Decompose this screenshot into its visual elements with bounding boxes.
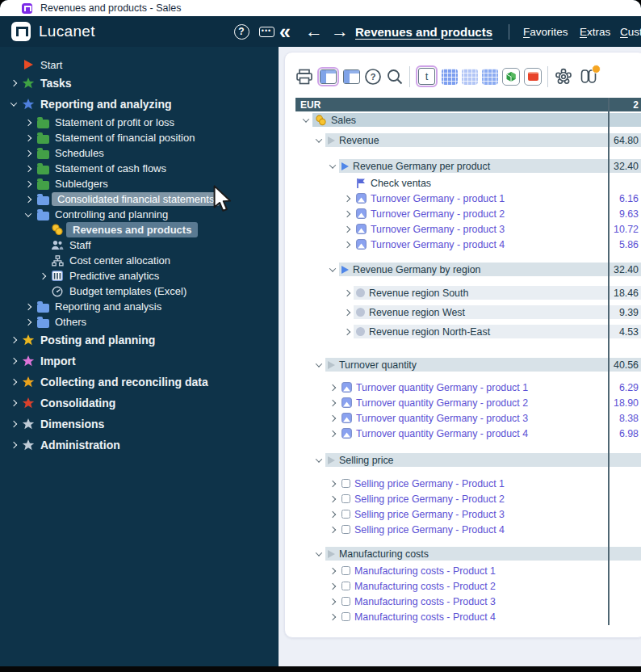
- row-value[interactable]: 32.40: [607, 159, 641, 173]
- layout-view-button[interactable]: [343, 69, 360, 84]
- sidebar-item-statement-of-financial-position[interactable]: Statement of financial position: [0, 130, 279, 145]
- row-value[interactable]: 8.38: [607, 411, 641, 425]
- sidebar-item-start[interactable]: Start: [0, 57, 279, 73]
- row-turnover-germany-product-2[interactable]: Turnover Germany - product 2 9.63: [295, 207, 641, 220]
- sidebar-item-collecting-and-reconciling-data[interactable]: Collecting and reconciling data: [0, 372, 279, 393]
- menu-favorites[interactable]: Favorites: [523, 16, 568, 47]
- sidebar-item-predictive-analytics[interactable]: Predictive analytics: [0, 268, 279, 284]
- report-view-button[interactable]: [524, 68, 542, 86]
- cube-view-button[interactable]: [502, 68, 520, 86]
- row-value[interactable]: [607, 477, 641, 490]
- row-manufacturing-costs-product-3[interactable]: Manufacturing costs - Product 3: [295, 594, 641, 608]
- row-revenue[interactable]: Revenue 64.80: [295, 133, 641, 147]
- search-button[interactable]: [386, 68, 404, 86]
- row-manufacturing-costs-product-4[interactable]: Manufacturing costs - Product 4: [295, 610, 641, 624]
- back-button[interactable]: ←: [305, 16, 323, 47]
- sidebar-item-staff[interactable]: Staff: [0, 237, 279, 253]
- row-value[interactable]: [607, 523, 641, 536]
- layout-view-button-selected[interactable]: [317, 67, 339, 86]
- settings-button[interactable]: [554, 67, 573, 86]
- row-selling-price-product-3[interactable]: Selling price Germany - Product 3: [295, 507, 641, 521]
- grid-view-3-button[interactable]: [482, 69, 498, 85]
- row-revenue-region-west[interactable]: Revenue region West 9.39: [295, 305, 641, 319]
- table-help-button[interactable]: ?: [364, 68, 382, 86]
- feedback-button[interactable]: •••: [257, 16, 276, 47]
- sidebar-item-consolidating[interactable]: Consolidating: [0, 393, 279, 414]
- sidebar-item-statement-of-cash-flows[interactable]: Statement of cash flows: [0, 161, 279, 176]
- row-value[interactable]: [607, 176, 641, 190]
- column-divider[interactable]: [608, 98, 610, 625]
- row-turnover-quantity[interactable]: Turnover quantity 40.56: [295, 358, 641, 372]
- sidebar-item-budget-templates-excel[interactable]: Budget templates (Excel): [0, 284, 279, 299]
- text-cell-button-selected[interactable]: t: [416, 65, 438, 87]
- sidebar-item-schedules[interactable]: Schedules: [0, 145, 279, 161]
- sidebar-item-administration[interactable]: Administration: [0, 435, 279, 456]
- grid-view-2-button[interactable]: [462, 69, 478, 85]
- row-value[interactable]: 6.16: [607, 191, 641, 205]
- sidebar-item-subledgers[interactable]: Subledgers: [0, 176, 279, 191]
- sidebar-item-controlling-and-planning[interactable]: Controlling and planning: [0, 207, 279, 222]
- row-turnover-quantity-product-1[interactable]: Turnover quantity Germany - product 1 6.…: [295, 380, 641, 394]
- row-revenue-region-south[interactable]: Revenue region South 18.46: [295, 286, 641, 300]
- collapse-sidebar-button[interactable]: «: [279, 16, 291, 47]
- row-value[interactable]: 10.72: [607, 222, 641, 236]
- sidebar-item-consolidated-financial-statements[interactable]: Consolidated financial statements: [0, 191, 279, 207]
- sidebar-item-reporting-and-analysis[interactable]: Reporting and analysis: [0, 299, 279, 314]
- row-value[interactable]: [607, 507, 641, 521]
- row-check-ventas[interactable]: Check ventas: [295, 176, 641, 190]
- row-value[interactable]: 40.56: [607, 358, 641, 372]
- row-sales[interactable]: Sales: [295, 113, 641, 127]
- print-button[interactable]: [295, 69, 313, 85]
- row-value[interactable]: [607, 453, 641, 467]
- row-value[interactable]: 18.46: [607, 286, 641, 300]
- sidebar-item-posting-and-planning[interactable]: Posting and planning: [0, 330, 279, 351]
- row-selling-price-product-1[interactable]: Selling price Germany - Product 1: [295, 477, 641, 490]
- row-selling-price[interactable]: Selling price: [295, 453, 641, 467]
- row-value[interactable]: 32.40: [607, 262, 641, 276]
- row-manufacturing-costs-product-2[interactable]: Manufacturing costs - Product 2: [295, 579, 641, 593]
- row-value[interactable]: [607, 610, 641, 624]
- grid-view-1-button[interactable]: [442, 69, 458, 85]
- row-value[interactable]: [607, 113, 641, 127]
- row-value[interactable]: 64.80: [607, 133, 641, 147]
- sidebar-item-revenues-and-products[interactable]: Revenues and products: [0, 222, 279, 237]
- row-manufacturing-costs-product-1[interactable]: Manufacturing costs - Product 1: [295, 564, 641, 578]
- row-selling-price-product-4[interactable]: Selling price Germany - Product 4: [295, 523, 641, 536]
- row-value[interactable]: 18.90: [607, 396, 641, 410]
- row-turnover-quantity-product-4[interactable]: Turnover quantity Germany - product 4 6.…: [295, 426, 641, 440]
- row-turnover-germany-product-4[interactable]: Turnover Germany - product 4 5.86: [295, 237, 641, 251]
- row-value[interactable]: 9.39: [607, 305, 641, 319]
- row-value[interactable]: 6.98: [607, 426, 641, 440]
- sidebar-item-cost-center-allocation[interactable]: Cost center allocation: [0, 253, 279, 268]
- sidebar-item-statement-of-profit-or-loss[interactable]: Statement of profit or loss: [0, 115, 279, 130]
- row-manufacturing-costs[interactable]: Manufacturing costs: [295, 547, 641, 561]
- row-value[interactable]: [607, 492, 641, 506]
- row-value[interactable]: [607, 594, 641, 608]
- menu-extras[interactable]: Extras: [580, 16, 610, 47]
- row-value[interactable]: 4.53: [607, 325, 641, 338]
- forward-button[interactable]: →: [331, 16, 349, 47]
- help-button[interactable]: ?: [233, 16, 250, 47]
- sidebar-item-import[interactable]: Import: [0, 351, 279, 372]
- row-revenue-region-north-east[interactable]: Revenue region North-East 4.53: [295, 325, 641, 338]
- sidebar-item-dimensions[interactable]: Dimensions: [0, 414, 279, 435]
- menu-customizing[interactable]: Cust: [620, 16, 641, 47]
- row-revenue-germany-per-product[interactable]: Revenue Germany per product 32.40: [295, 159, 641, 173]
- sidebar-item-reporting-and-analyzing[interactable]: Reporting and analyzing: [0, 94, 279, 115]
- row-turnover-germany-product-1[interactable]: Turnover Germany - product 1 6.16: [295, 191, 641, 205]
- active-module-title[interactable]: Revenues and products: [355, 16, 492, 47]
- row-value[interactable]: 9.63: [607, 207, 641, 220]
- row-value[interactable]: [607, 564, 641, 578]
- row-turnover-quantity-product-3[interactable]: Turnover quantity Germany - product 3 8.…: [295, 411, 641, 425]
- row-value[interactable]: [607, 547, 641, 561]
- row-value[interactable]: 5.86: [607, 237, 641, 251]
- find-button[interactable]: [577, 68, 598, 86]
- row-revenue-germany-by-region[interactable]: Revenue Germany by region 32.40: [295, 262, 641, 276]
- row-turnover-quantity-product-2[interactable]: Turnover quantity Germany - product 2 18…: [295, 396, 641, 410]
- row-turnover-germany-product-3[interactable]: Turnover Germany - product 3 10.72: [295, 222, 641, 236]
- sidebar-item-tasks[interactable]: Tasks: [0, 73, 279, 94]
- row-value[interactable]: 6.29: [607, 380, 641, 394]
- row-selling-price-product-2[interactable]: Selling price Germany - Product 2: [295, 492, 641, 506]
- sidebar-item-others[interactable]: Others: [0, 314, 279, 330]
- row-value[interactable]: [607, 579, 641, 593]
